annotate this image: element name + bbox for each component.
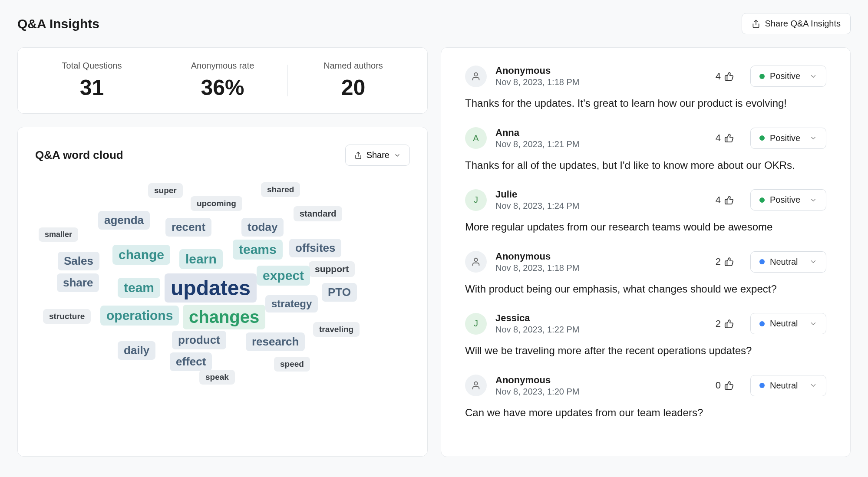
- stat-total-questions: Total Questions 31: [26, 61, 157, 100]
- question-author: Julie: [495, 189, 707, 200]
- wordcloud-word[interactable]: team: [118, 278, 160, 298]
- wordcloud-word[interactable]: daily: [118, 341, 155, 360]
- thumbs-up-icon: [724, 72, 734, 81]
- sentiment-dropdown[interactable]: Positive: [750, 189, 826, 211]
- share-insights-label: Share Q&A Insights: [765, 19, 841, 29]
- stat-label: Total Questions: [26, 61, 157, 71]
- like-number: 2: [716, 318, 721, 329]
- user-avatar: J: [465, 313, 487, 335]
- wordcloud-word[interactable]: effect: [170, 352, 212, 371]
- wordcloud-word[interactable]: product: [172, 331, 226, 349]
- question-body: Can we have more updates from our team l…: [465, 405, 826, 420]
- wordcloud-share-button[interactable]: Share: [345, 145, 410, 166]
- svg-point-4: [474, 382, 477, 385]
- question-time: Nov 8, 2023, 1:18 PM: [495, 77, 707, 87]
- question-author: Anonymous: [495, 251, 707, 262]
- wordcloud-word[interactable]: upcoming: [191, 196, 242, 211]
- wordcloud-word[interactable]: traveling: [313, 322, 360, 337]
- sentiment-dot-icon: [759, 74, 765, 79]
- question-author: Anonymous: [495, 65, 707, 76]
- like-count[interactable]: 2: [716, 318, 734, 329]
- chevron-down-icon: [809, 320, 817, 328]
- question-item: AAnnaNov 8, 2023, 1:21 PM4PositiveThanks…: [465, 127, 826, 173]
- like-number: 4: [716, 194, 721, 206]
- share-insights-button[interactable]: Share Q&A Insights: [742, 13, 851, 34]
- sentiment-label: Positive: [770, 195, 800, 205]
- wordcloud-word[interactable]: shared: [261, 182, 300, 197]
- sentiment-dot-icon: [759, 321, 765, 326]
- anonymous-avatar: [465, 375, 487, 396]
- thumbs-up-icon: [724, 319, 734, 329]
- sentiment-label: Positive: [770, 71, 800, 81]
- like-count[interactable]: 4: [716, 194, 734, 206]
- wordcloud-word[interactable]: support: [309, 261, 355, 277]
- chevron-down-icon: [809, 258, 817, 266]
- question-item: AnonymousNov 8, 2023, 1:18 PM2NeutralWit…: [465, 251, 826, 296]
- sentiment-label: Positive: [770, 133, 800, 143]
- question-item: AnonymousNov 8, 2023, 1:18 PM4PositiveTh…: [465, 65, 826, 111]
- user-avatar: J: [465, 189, 487, 211]
- sentiment-dropdown[interactable]: Neutral: [750, 251, 826, 273]
- page-title: Q&A Insights: [17, 16, 99, 31]
- sentiment-dropdown[interactable]: Neutral: [750, 313, 826, 334]
- wordcloud-word[interactable]: operations: [100, 306, 179, 326]
- wordcloud-word[interactable]: teams: [233, 240, 283, 260]
- wordcloud-word[interactable]: share: [57, 273, 99, 292]
- share-icon: [354, 151, 362, 159]
- chevron-down-icon: [809, 382, 817, 389]
- wordcloud-word[interactable]: research: [246, 332, 305, 351]
- wordcloud-word[interactable]: updates: [165, 273, 257, 303]
- like-count[interactable]: 4: [716, 71, 734, 82]
- chevron-down-icon: [809, 72, 817, 80]
- sentiment-dropdown[interactable]: Neutral: [750, 375, 826, 396]
- thumbs-up-icon: [724, 133, 734, 143]
- wordcloud-word[interactable]: change: [112, 245, 170, 265]
- wordcloud-word[interactable]: agenda: [98, 211, 150, 230]
- chevron-down-icon: [394, 152, 401, 159]
- thumbs-up-icon: [724, 195, 734, 205]
- stat-value: 31: [26, 75, 157, 100]
- chevron-down-icon: [809, 196, 817, 204]
- like-count[interactable]: 4: [716, 132, 734, 144]
- wordcloud-word[interactable]: super: [148, 183, 183, 198]
- wordcloud-word[interactable]: strategy: [265, 295, 318, 313]
- wordcloud-word[interactable]: expect: [257, 266, 310, 286]
- question-time: Nov 8, 2023, 1:24 PM: [495, 201, 707, 211]
- wordcloud-word[interactable]: changes: [183, 305, 265, 329]
- like-number: 2: [716, 256, 721, 267]
- wordcloud-word[interactable]: recent: [165, 218, 211, 237]
- wordcloud-canvas: supersharedupcomingstandardagendarecentt…: [35, 179, 387, 431]
- wordcloud-word[interactable]: offsites: [289, 239, 341, 257]
- like-number: 4: [716, 71, 721, 82]
- question-item: JJulieNov 8, 2023, 1:24 PM4PositiveMore …: [465, 189, 826, 234]
- like-number: 0: [716, 380, 721, 391]
- question-body: Will we be traveling more after the rece…: [465, 343, 826, 358]
- wordcloud-word[interactable]: learn: [179, 249, 223, 269]
- share-icon: [752, 20, 760, 28]
- wordcloud-word[interactable]: structure: [43, 309, 91, 324]
- sentiment-dropdown[interactable]: Positive: [750, 128, 826, 149]
- anonymous-avatar: [465, 251, 487, 273]
- wordcloud-word[interactable]: smaller: [39, 227, 78, 242]
- question-time: Nov 8, 2023, 1:20 PM: [495, 387, 707, 397]
- question-body: With product being our emphasis, what ch…: [465, 282, 826, 296]
- wordcloud-word[interactable]: speed: [274, 357, 310, 372]
- wordcloud-word[interactable]: Sales: [58, 252, 99, 270]
- wordcloud-title: Q&A word cloud: [35, 148, 123, 162]
- like-count[interactable]: 2: [716, 256, 734, 267]
- question-author: Jessica: [495, 313, 707, 324]
- wordcloud-word[interactable]: PTO: [322, 283, 357, 302]
- wordcloud-word[interactable]: today: [241, 218, 284, 237]
- anonymous-avatar: [465, 66, 487, 87]
- thumbs-up-icon: [724, 257, 734, 266]
- wordcloud-word[interactable]: speak: [199, 370, 235, 385]
- svg-point-2: [474, 72, 477, 76]
- stat-anonymous-rate: Anonymous rate 36%: [157, 61, 288, 100]
- question-body: Thanks for all of the updates, but I'd l…: [465, 158, 826, 173]
- sentiment-label: Neutral: [770, 319, 798, 329]
- sentiment-dropdown[interactable]: Positive: [750, 66, 826, 87]
- like-count[interactable]: 0: [716, 380, 734, 391]
- questions-list: AnonymousNov 8, 2023, 1:18 PM4PositiveTh…: [441, 47, 851, 457]
- wordcloud-word[interactable]: standard: [294, 206, 342, 221]
- stat-value: 20: [288, 75, 419, 100]
